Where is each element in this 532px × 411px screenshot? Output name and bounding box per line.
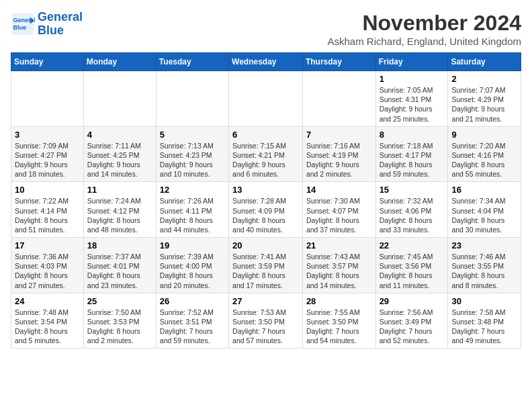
day-number: 9 [451,130,517,140]
calendar-day-cell: 12Sunrise: 7:26 AM Sunset: 4:11 PM Dayli… [156,182,228,238]
calendar-day-cell: 16Sunrise: 7:34 AM Sunset: 4:04 PM Dayli… [448,182,521,238]
day-info: Sunrise: 7:28 AM Sunset: 4:09 PM Dayligh… [232,196,299,234]
day-info: Sunrise: 7:36 AM Sunset: 4:03 PM Dayligh… [15,252,80,290]
day-info: Sunrise: 7:09 AM Sunset: 4:27 PM Dayligh… [15,141,80,179]
calendar-day-cell [302,71,375,127]
calendar-day-cell: 3Sunrise: 7:09 AM Sunset: 4:27 PM Daylig… [11,126,84,182]
day-number: 25 [87,296,152,306]
day-number: 17 [15,240,80,250]
day-info: Sunrise: 7:37 AM Sunset: 4:01 PM Dayligh… [87,252,152,290]
calendar-day-cell [229,71,303,127]
day-info: Sunrise: 7:20 AM Sunset: 4:16 PM Dayligh… [451,141,517,179]
logo: General Blue General Blue [11,11,83,38]
day-number: 7 [306,130,372,140]
calendar-week-row: 17Sunrise: 7:36 AM Sunset: 4:03 PM Dayli… [11,238,521,293]
day-number: 29 [380,296,445,306]
day-number: 12 [160,185,225,195]
page-header: General Blue General Blue November 2024 … [11,11,521,47]
day-info: Sunrise: 7:11 AM Sunset: 4:25 PM Dayligh… [87,141,152,179]
day-info: Sunrise: 7:55 AM Sunset: 3:50 PM Dayligh… [306,308,372,346]
weekday-header: Wednesday [229,53,303,71]
calendar-week-row: 1Sunrise: 7:05 AM Sunset: 4:31 PM Daylig… [11,71,521,127]
calendar-day-cell: 13Sunrise: 7:28 AM Sunset: 4:09 PM Dayli… [229,182,303,238]
title-block: November 2024 Askham Richard, England, U… [328,11,522,47]
day-number: 19 [160,240,225,250]
day-info: Sunrise: 7:34 AM Sunset: 4:04 PM Dayligh… [451,196,517,234]
calendar-day-cell: 14Sunrise: 7:30 AM Sunset: 4:07 PM Dayli… [302,182,375,238]
day-number: 28 [306,296,372,306]
calendar-day-cell: 4Sunrise: 7:11 AM Sunset: 4:25 PM Daylig… [83,126,156,182]
day-info: Sunrise: 7:15 AM Sunset: 4:21 PM Dayligh… [232,141,299,179]
calendar-day-cell: 29Sunrise: 7:56 AM Sunset: 3:49 PM Dayli… [375,293,448,349]
day-info: Sunrise: 7:43 AM Sunset: 3:57 PM Dayligh… [306,252,372,290]
calendar-day-cell: 20Sunrise: 7:41 AM Sunset: 3:59 PM Dayli… [229,238,303,293]
calendar-day-cell: 26Sunrise: 7:52 AM Sunset: 3:51 PM Dayli… [156,293,228,349]
day-number: 8 [380,130,445,140]
day-info: Sunrise: 7:45 AM Sunset: 3:56 PM Dayligh… [380,252,445,290]
calendar-day-cell [11,71,84,127]
day-number: 1 [380,74,445,84]
day-number: 20 [232,240,299,250]
location-subtitle: Askham Richard, England, United Kingdom [328,36,522,47]
day-number: 13 [232,185,299,195]
day-number: 5 [160,130,225,140]
day-info: Sunrise: 7:52 AM Sunset: 3:51 PM Dayligh… [160,308,225,346]
weekday-header: Monday [83,53,156,71]
day-number: 15 [380,185,445,195]
weekday-header: Saturday [448,53,521,71]
calendar-day-cell [156,71,228,127]
calendar-table: SundayMondayTuesdayWednesdayThursdayFrid… [11,52,521,349]
day-info: Sunrise: 7:24 AM Sunset: 4:12 PM Dayligh… [87,196,152,234]
calendar-day-cell: 6Sunrise: 7:15 AM Sunset: 4:21 PM Daylig… [229,126,303,182]
day-number: 14 [306,185,372,195]
day-number: 3 [15,130,80,140]
calendar-week-row: 24Sunrise: 7:48 AM Sunset: 3:54 PM Dayli… [11,293,521,349]
day-number: 23 [451,240,517,250]
calendar-day-cell: 8Sunrise: 7:18 AM Sunset: 4:17 PM Daylig… [375,126,448,182]
day-info: Sunrise: 7:13 AM Sunset: 4:23 PM Dayligh… [160,141,225,179]
calendar-day-cell: 7Sunrise: 7:16 AM Sunset: 4:19 PM Daylig… [302,126,375,182]
weekday-header: Thursday [302,53,375,71]
calendar-day-cell: 19Sunrise: 7:39 AM Sunset: 4:00 PM Dayli… [156,238,228,293]
calendar-day-cell: 22Sunrise: 7:45 AM Sunset: 3:56 PM Dayli… [375,238,448,293]
day-info: Sunrise: 7:05 AM Sunset: 4:31 PM Dayligh… [380,85,445,124]
day-number: 18 [87,240,152,250]
calendar-day-cell: 10Sunrise: 7:22 AM Sunset: 4:14 PM Dayli… [11,182,84,238]
calendar-day-cell: 25Sunrise: 7:50 AM Sunset: 3:53 PM Dayli… [83,293,156,349]
calendar-day-cell: 23Sunrise: 7:46 AM Sunset: 3:55 PM Dayli… [448,238,521,293]
calendar-week-row: 10Sunrise: 7:22 AM Sunset: 4:14 PM Dayli… [11,182,521,238]
day-number: 2 [451,74,517,84]
day-number: 11 [87,185,152,195]
day-number: 30 [451,296,517,306]
calendar-day-cell: 11Sunrise: 7:24 AM Sunset: 4:12 PM Dayli… [83,182,156,238]
weekday-header: Tuesday [156,53,228,71]
day-info: Sunrise: 7:50 AM Sunset: 3:53 PM Dayligh… [87,308,152,346]
month-title: November 2024 [328,11,522,36]
weekday-header: Sunday [11,53,84,71]
calendar-day-cell: 15Sunrise: 7:32 AM Sunset: 4:06 PM Dayli… [375,182,448,238]
day-info: Sunrise: 7:39 AM Sunset: 4:00 PM Dayligh… [160,252,225,290]
calendar-day-cell: 27Sunrise: 7:53 AM Sunset: 3:50 PM Dayli… [229,293,303,349]
calendar-day-cell [83,71,156,127]
day-info: Sunrise: 7:07 AM Sunset: 4:29 PM Dayligh… [451,85,517,124]
day-info: Sunrise: 7:46 AM Sunset: 3:55 PM Dayligh… [451,252,517,290]
day-number: 26 [160,296,225,306]
calendar-day-cell: 5Sunrise: 7:13 AM Sunset: 4:23 PM Daylig… [156,126,228,182]
calendar-day-cell: 21Sunrise: 7:43 AM Sunset: 3:57 PM Dayli… [302,238,375,293]
calendar-day-cell: 17Sunrise: 7:36 AM Sunset: 4:03 PM Dayli… [11,238,84,293]
calendar-day-cell: 28Sunrise: 7:55 AM Sunset: 3:50 PM Dayli… [302,293,375,349]
weekday-header-row: SundayMondayTuesdayWednesdayThursdayFrid… [11,53,521,71]
day-number: 16 [451,185,517,195]
day-info: Sunrise: 7:41 AM Sunset: 3:59 PM Dayligh… [232,252,299,290]
day-info: Sunrise: 7:48 AM Sunset: 3:54 PM Dayligh… [15,308,80,346]
weekday-header: Friday [375,53,448,71]
day-info: Sunrise: 7:26 AM Sunset: 4:11 PM Dayligh… [160,196,225,234]
calendar-day-cell: 9Sunrise: 7:20 AM Sunset: 4:16 PM Daylig… [448,126,521,182]
day-number: 6 [232,130,299,140]
day-number: 10 [15,185,80,195]
day-number: 27 [232,296,299,306]
day-info: Sunrise: 7:32 AM Sunset: 4:06 PM Dayligh… [380,196,445,234]
day-number: 24 [15,296,80,306]
calendar-day-cell: 30Sunrise: 7:58 AM Sunset: 3:48 PM Dayli… [448,293,521,349]
calendar-day-cell: 18Sunrise: 7:37 AM Sunset: 4:01 PM Dayli… [83,238,156,293]
